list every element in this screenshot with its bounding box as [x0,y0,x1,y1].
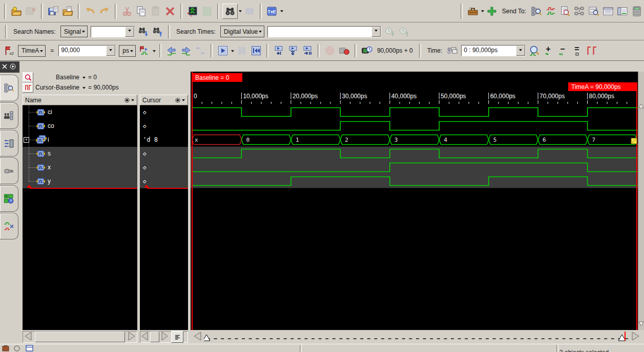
redo-icon[interactable] [97,4,112,18]
cursor-pair-icon[interactable] [23,82,33,93]
wave-vertical-scrollbar[interactable] [638,72,644,330]
chevron-down-icon[interactable] [516,46,525,56]
rewind-icon[interactable] [249,43,263,58]
name-column-menu[interactable] [124,97,135,103]
sim-time-icon[interactable] [360,43,374,58]
search-names-input[interactable] [91,26,135,37]
zoom-in-icon[interactable]: + [542,43,556,58]
time-range-input[interactable]: 0 : 90,000ps [461,45,526,56]
status-circle-icon[interactable] [13,345,20,352]
cursor-value-i[interactable]: 'd 8 [140,133,188,147]
zoom-fit-icon[interactable]: = [570,43,585,58]
delete-icon[interactable] [163,4,177,18]
signal-row-ci[interactable]: ci [23,105,137,119]
value-format-list-icon[interactable] [171,331,183,343]
waveform-window-icon[interactable] [185,4,200,18]
sendto-schematic-icon[interactable] [572,4,587,18]
search-names-mode-select[interactable]: Signal [60,26,88,37]
scroll-right-icon[interactable] [126,331,137,343]
chevron-down-icon[interactable] [125,27,134,37]
signal-name-list[interactable]: cico+isxy [23,105,137,330]
add-object-icon[interactable] [485,4,499,18]
bus-edit-marker-icon[interactable] [631,138,637,144]
scrollbar-thumb[interactable] [35,332,125,342]
range-end-handle[interactable] [618,335,626,341]
cursor-baseline-dropdown-icon[interactable] [82,87,86,91]
open-script-icon[interactable] [60,4,75,18]
tab-compare[interactable] [0,213,18,239]
baseline-zoom-icon[interactable] [23,72,33,82]
save-signals-icon[interactable] [46,4,60,18]
status-sim-icon[interactable] [2,345,10,352]
scroll-left-icon[interactable] [192,331,204,343]
undo-icon[interactable] [83,4,97,18]
scroll-right-icon[interactable] [629,331,641,343]
run-to-time-icon[interactable] [272,43,286,58]
next-edge-icon[interactable] [179,43,193,58]
signal-row-s[interactable]: s [23,147,137,161]
breakpoint-icon[interactable] [337,43,351,58]
tab-connectivity[interactable] [0,158,18,184]
range-start-handle[interactable] [204,335,210,341]
zoom-waveform-icon[interactable] [527,43,542,58]
detach-pane-icon[interactable] [10,63,16,71]
scroll-right-icon[interactable] [160,331,169,343]
signal-row-co[interactable]: co [23,119,137,133]
chevron-down-icon[interactable] [106,46,115,56]
signal-row-x[interactable]: x [23,161,137,174]
time-unit-select[interactable]: ps [119,45,136,57]
step-over-icon[interactable] [286,43,300,58]
scrollbar-thumb[interactable] [150,332,159,342]
name-column-header[interactable]: Name [23,95,137,105]
run-icon[interactable] [216,43,230,58]
cursor-select[interactable]: TimeA [18,45,46,57]
copy-icon[interactable] [134,4,149,18]
cursor-value-ci[interactable]: ◇ [140,105,188,119]
range-ruler[interactable] [204,331,629,343]
chevron-down-icon[interactable] [239,10,242,14]
time-layers-icon[interactable] [445,43,460,58]
scroll-up-icon[interactable] [638,102,644,109]
sendto-layout-icon[interactable] [615,4,630,18]
chevron-down-icon[interactable] [371,27,381,37]
cursor-value-s[interactable]: ◇ [140,147,188,161]
wave-range-strip[interactable] [191,330,644,343]
chevron-down-icon[interactable] [231,50,234,54]
chevron-down-icon[interactable] [153,50,156,54]
zoom-out-icon[interactable]: − [556,43,570,58]
cursor-horizontal-scrollbar[interactable] [140,331,188,343]
scroll-left-icon[interactable] [140,331,150,343]
find-name-next-icon[interactable] [136,25,151,39]
cursor-time-input[interactable]: 90,000 [58,45,116,56]
chevron-down-icon[interactable] [280,10,283,14]
timea-label[interactable]: TimeA = 90,000ps [568,82,637,91]
cursor-column-menu[interactable] [175,97,185,103]
search-times-mode-select[interactable]: Digital Value [220,26,264,37]
toolbox-icon[interactable] [466,4,480,18]
tab-design-browser[interactable] [0,75,18,101]
signal-row-i[interactable]: +i [23,133,137,147]
sendto-list-icon[interactable] [601,4,615,18]
expand-icon[interactable]: + [24,137,29,143]
status-window-icon[interactable] [26,345,34,352]
step-out-icon[interactable] [300,43,315,58]
tab-hierarchy-search[interactable] [0,102,18,129]
signal-row-y[interactable]: y [23,174,137,188]
sendto-waveform-icon[interactable] [544,4,558,18]
cursor-column-header[interactable]: Cursor [140,95,188,105]
sendto-design-browser-icon[interactable] [529,4,544,18]
close-pane-icon[interactable] [2,63,7,71]
search-times-input[interactable] [267,26,381,37]
scroll-down-icon[interactable] [638,320,644,327]
sendto-register-icon[interactable]: 1010110101 [587,4,601,18]
tab-waveform-query[interactable]: ? [0,185,18,212]
sendto-source-browser-icon[interactable] [558,4,572,18]
previous-edge-icon[interactable] [164,43,179,58]
scroll-left-icon[interactable] [23,331,34,343]
sendto-calculator-icon[interactable] [630,4,644,18]
chevron-down-icon[interactable] [481,10,484,14]
search-binoculars-icon[interactable] [222,4,238,19]
waveform-area[interactable]: 010,000ps20,000ps30,000ps40,000ps50,000p… [191,72,638,330]
cursor-value-x[interactable]: ◇ [140,161,188,174]
cursor-value-list[interactable]: ◇◇'d 8◇◇◇ [140,105,188,330]
